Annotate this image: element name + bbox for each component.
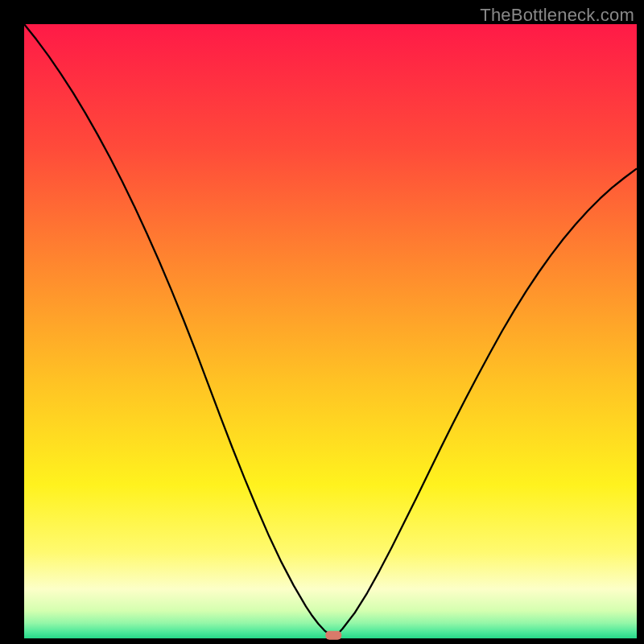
bottleneck-chart — [0, 0, 644, 644]
watermark-text: TheBottleneck.com — [480, 5, 634, 26]
chart-frame: TheBottleneck.com — [0, 0, 644, 644]
optimum-marker — [325, 631, 341, 640]
plot-background — [24, 24, 637, 638]
